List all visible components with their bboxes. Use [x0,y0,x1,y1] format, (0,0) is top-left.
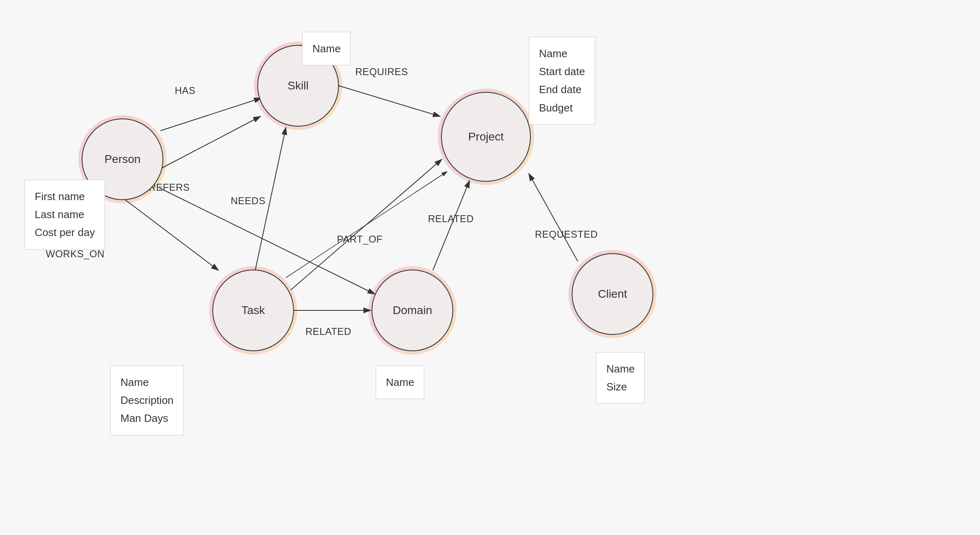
person-prop-2: Last name [35,205,95,223]
skill-properties: Name [302,32,351,65]
client-label: Client [598,288,627,301]
skill-prop-1: Name [312,40,341,58]
client-prop-2: Size [606,378,635,396]
project-prop-1: Name [539,45,585,62]
task-properties: Name Description Man Days [110,366,184,435]
person-prop-1: First name [35,187,95,205]
edge-label-part-of: PART_OF [337,234,383,245]
project-prop-3: End date [539,80,585,98]
task-prop-1: Name [120,373,174,391]
task-prop-2: Description [120,391,174,409]
svg-line-9 [529,174,578,261]
domain-label: Domain [393,304,432,317]
node-project[interactable]: Project [441,92,531,182]
person-label: Person [105,153,141,166]
edge-label-works-on: WORKS_ON [46,248,105,260]
person-properties: First name Last name Cost per day [24,180,105,250]
node-client[interactable]: Client [572,253,653,335]
svg-line-3 [339,86,440,116]
arrows-layer [0,0,980,535]
svg-line-1 [160,98,261,131]
edge-label-has: HAS [175,85,196,96]
person-prop-3: Cost per day [35,223,95,241]
edge-label-requested: REQUESTED [535,229,598,240]
svg-line-2 [155,116,261,172]
edge-label-needs: NEEDS [231,195,265,207]
task-prop-3: Man Days [120,409,174,427]
edge-label-task-related: RELATED [305,326,351,337]
client-properties: Name Size [596,352,645,403]
project-properties: Name Start date End date Budget [529,37,595,125]
svg-line-11 [286,172,447,278]
node-task[interactable]: Task [212,270,294,351]
edge-label-requires: REQUIRES [355,66,408,78]
project-prop-4: Budget [539,99,585,117]
svg-line-4 [125,199,218,270]
task-label: Task [241,304,265,317]
project-label: Project [468,130,503,143]
skill-label: Skill [287,79,308,92]
project-prop-2: Start date [539,62,585,80]
er-diagram: Person Skill Project Task [0,0,980,535]
domain-properties: Name [376,366,424,399]
edge-label-domain-related: RELATED [428,213,474,225]
domain-prop-1: Name [386,373,414,391]
node-domain[interactable]: Domain [372,270,453,351]
client-prop-1: Name [606,360,635,378]
svg-line-8 [433,181,470,270]
